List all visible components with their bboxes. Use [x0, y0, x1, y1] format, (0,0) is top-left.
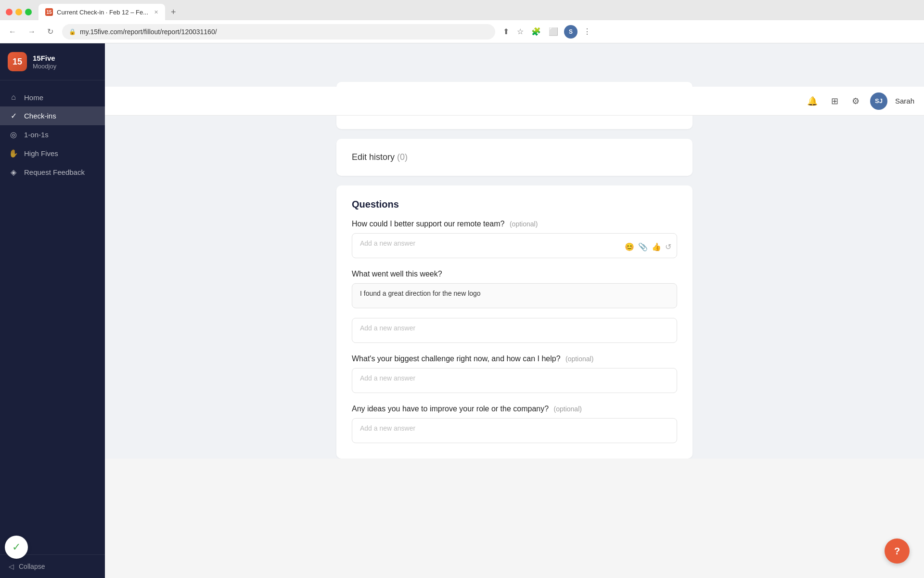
share-button[interactable]: ⬆ [501, 25, 511, 38]
questions-title: Questions [352, 199, 677, 210]
notification-bell[interactable]: 🔔 [804, 93, 821, 109]
question-4-label: Any ideas you have to improve your role … [352, 405, 677, 413]
tab-title: Current Check-in · Feb 12 – Fe... [57, 9, 148, 16]
settings-button[interactable]: ⚙ [849, 93, 862, 109]
sidebar-header: 15 15Five Moodjoy [0, 43, 105, 80]
sidebar-item-highfives-label: High Fives [24, 149, 58, 158]
lock-icon: 🔒 [69, 28, 76, 35]
tab-close[interactable]: ✕ [154, 9, 158, 15]
traffic-yellow[interactable] [15, 9, 22, 15]
user-name: Sarah [895, 97, 914, 105]
sidebar-item-home[interactable]: ⌂ Home [0, 88, 105, 106]
question-1: How could I better support our remote te… [352, 220, 677, 260]
question-1-optional: (optional) [510, 220, 538, 228]
question-3-optional: (optional) [565, 355, 593, 363]
edit-history-title: Edit history (0) [352, 152, 408, 162]
input-icons-q1: 😊 📎 👍 ↺ [625, 242, 671, 251]
emoji-icon[interactable]: 😊 [625, 242, 634, 251]
back-button[interactable]: ← [6, 26, 19, 38]
sidebar-item-1on1s-label: 1-on-1s [24, 131, 49, 139]
refresh-icon[interactable]: ↺ [665, 242, 671, 251]
edit-history-count: (0) [397, 152, 408, 162]
user-avatar[interactable]: SJ [870, 92, 887, 110]
question-2-text: What went well this week? [352, 270, 442, 278]
extension-puzzle[interactable]: 🧩 [529, 25, 543, 38]
sidebar-item-home-label: Home [24, 93, 43, 102]
main-area: 🔔 ⊞ ⚙ SJ Sarah Edit history (0) [105, 43, 924, 578]
sidebar-item-1on1s[interactable]: ◎ 1-on-1s [0, 125, 105, 144]
question-2: What went well this week? I found a grea… [352, 270, 677, 345]
oneonone-icon: ◎ [9, 130, 18, 139]
checkmark-icon: ✓ [12, 541, 21, 553]
help-icon: ? [894, 546, 900, 557]
content-inner: Edit history (0) Questions How could I b… [327, 72, 702, 459]
sidebar-item-request-feedback[interactable]: ◈ Request Feedback [0, 163, 105, 182]
edit-history-card: Edit history (0) [336, 139, 693, 176]
attachment-icon[interactable]: 📎 [638, 242, 648, 251]
active-tab[interactable]: 15 Current Check-in · Feb 12 – Fe... ✕ [38, 4, 165, 20]
logo-text: 15 [13, 57, 22, 67]
address-bar[interactable]: 🔒 my.15five.com/report/fillout/report/12… [62, 24, 495, 39]
question-3-text: What's your biggest challenge right now,… [352, 355, 561, 363]
grid-button[interactable]: ⊞ [828, 93, 841, 109]
sidebar-item-checkins-label: Check-ins [24, 112, 56, 120]
thumbsup-icon[interactable]: 👍 [652, 242, 661, 251]
browser-toolbar: ← → ↻ 🔒 my.15five.com/report/fillout/rep… [0, 20, 924, 43]
sidebar-panel[interactable]: ⬜ [547, 25, 560, 38]
checkins-icon: ✓ [9, 111, 18, 120]
question-1-label: How could I better support our remote te… [352, 220, 677, 228]
traffic-lights[interactable] [6, 9, 32, 15]
forward-button[interactable]: → [25, 26, 38, 38]
chrome-user-avatar[interactable]: S [564, 25, 578, 39]
question-3-label: What's your biggest challenge right now,… [352, 355, 677, 363]
collapse-icon: ◁ [9, 563, 14, 570]
question-2-answer-input[interactable] [352, 318, 677, 343]
traffic-green[interactable] [25, 9, 32, 15]
question-4-optional: (optional) [554, 405, 582, 413]
question-4-answer-input[interactable] [352, 418, 677, 443]
question-4: Any ideas you have to improve your role … [352, 405, 677, 445]
bookmark-button[interactable]: ☆ [515, 25, 526, 38]
question-4-text: Any ideas you have to improve your role … [352, 405, 549, 413]
home-icon: ⌂ [9, 93, 18, 102]
question-2-label: What went well this week? [352, 270, 677, 278]
toolbar-actions: ⬆ ☆ 🧩 ⬜ S ⋮ [501, 25, 593, 39]
edit-history-label: Edit history [352, 152, 395, 162]
app-logo: 15 [8, 52, 27, 71]
question-3: What's your biggest challenge right now,… [352, 355, 677, 395]
help-button[interactable]: ? [885, 539, 910, 564]
browser-tabs: 15 Current Check-in · Feb 12 – Fe... ✕ + [0, 0, 924, 20]
questions-card: Questions How could I better support our… [336, 185, 693, 459]
sidebar-item-feedback-label: Request Feedback [24, 168, 85, 176]
chrome-menu[interactable]: ⋮ [581, 25, 593, 38]
new-tab-button[interactable]: + [167, 5, 180, 19]
tab-favicon: 15 [45, 8, 53, 16]
app-layout: 15 15Five Moodjoy ⌂ Home ✓ Check-ins ◎ 1… [0, 43, 924, 578]
question-1-text: How could I better support our remote te… [352, 220, 505, 228]
sidebar-item-high-fives[interactable]: ✋ High Fives [0, 144, 105, 163]
refresh-button[interactable]: ↻ [44, 25, 56, 38]
collapse-widget[interactable]: ✓ [5, 536, 28, 559]
question-1-input-wrapper: 😊 📎 👍 ↺ [352, 233, 677, 260]
browser-chrome: 15 Current Check-in · Feb 12 – Fe... ✕ +… [0, 0, 924, 43]
brand-name: 15Five [33, 54, 56, 63]
question-2-answer-filled[interactable]: I found a great direction for the new lo… [352, 283, 677, 308]
feedback-icon: ◈ [9, 168, 18, 177]
brand-sub: Moodjoy [33, 63, 56, 70]
sidebar-brand: 15Five Moodjoy [33, 54, 56, 70]
question-2-add-wrapper [352, 314, 677, 345]
sidebar-nav: ⌂ Home ✓ Check-ins ◎ 1-on-1s ✋ High Five… [0, 80, 105, 554]
traffic-red[interactable] [6, 9, 13, 15]
sidebar-item-check-ins[interactable]: ✓ Check-ins [0, 106, 105, 125]
top-bar: 🔔 ⊞ ⚙ SJ Sarah [105, 87, 924, 116]
sidebar: 15 15Five Moodjoy ⌂ Home ✓ Check-ins ◎ 1… [0, 43, 105, 578]
question-3-answer-input[interactable] [352, 368, 677, 393]
highfives-icon: ✋ [9, 149, 18, 158]
url-text: my.15five.com/report/fillout/report/1200… [80, 28, 488, 36]
collapse-label: Collapse [19, 563, 45, 570]
